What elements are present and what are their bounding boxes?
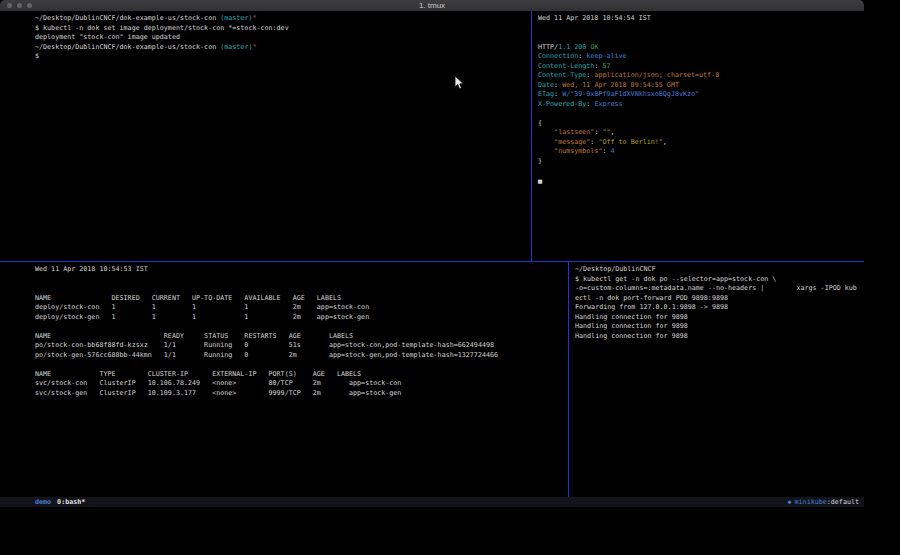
text-segment: svc/stock-gen ClusterIP 10.109.3.177 <no…: [35, 389, 401, 397]
terminal-line: ETag: W/"39-0xBPf9aF1dXVNkhsxoBQgJ8vKzo": [538, 90, 864, 100]
text-segment: OK: [590, 43, 598, 51]
window-tab-bash[interactable]: 0:bash*: [57, 497, 85, 507]
text-segment: 200: [574, 43, 586, 51]
terminal-line: [538, 166, 864, 176]
terminal-line: Handling connection for 9898: [575, 332, 864, 342]
mouse-cursor-icon: [454, 75, 466, 91]
terminal-line: deploy/stock-gen 1 1 1 1 2m app=stock-ge…: [35, 313, 568, 323]
text-segment: Date: [538, 81, 554, 89]
terminal-line: NAME TYPE CLUSTER-IP EXTERNAL-IP PORT(S)…: [35, 370, 568, 380]
text-segment: NAME TYPE CLUSTER-IP EXTERNAL-IP PORT(S)…: [35, 370, 361, 378]
text-segment: *: [252, 43, 256, 51]
text-segment: }: [538, 157, 542, 165]
text-segment: NAME READY STATUS RESTARTS AGE LABELS: [35, 332, 353, 340]
terminal-line: [35, 284, 568, 294]
terminal-line: HTTP/1.1 200 OK: [538, 43, 864, 53]
kube-context: minikube: [795, 497, 827, 507]
terminal-line: {: [538, 119, 864, 129]
terminal-line: svc/stock-con ClusterIP 10.106.78.249 <n…: [35, 379, 568, 389]
text-segment: Handling connection for 9898: [575, 322, 688, 330]
terminal-line: [35, 275, 568, 285]
terminal-line: ~/Desktop/DublinCNCF: [575, 265, 864, 275]
text-segment: Content-Type: [538, 71, 586, 79]
terminal-line: "numsymbols": 4: [538, 147, 864, 157]
text-segment: 57: [602, 62, 610, 70]
terminal-line: X-Powered-By: Express: [538, 100, 864, 110]
terminal-line: }: [538, 157, 864, 167]
terminal-line: $ kubectl -n dok set image deployment/st…: [35, 24, 531, 34]
terminal-line: [538, 24, 864, 34]
terminal-line: "lastseen": "",: [538, 128, 864, 138]
text-segment: [538, 147, 554, 155]
kube-icon: ◆: [788, 497, 792, 507]
pane-top-left-shell[interactable]: ~/Desktop/DublinCNCF/dok-example-us/stoc…: [0, 11, 531, 261]
tmux-session: ~/Desktop/DublinCNCF/dok-example-us/stoc…: [0, 11, 864, 497]
terminal-line: NAME DESIRED CURRENT UP-TO-DATE AVAILABL…: [35, 294, 568, 304]
terminal-line: -o=custom-columns=:metadata.name --no-he…: [575, 284, 864, 294]
text-segment: NAME DESIRED CURRENT UP-TO-DATE AVAILABL…: [35, 294, 341, 302]
text-segment: Handling connection for 9898: [575, 313, 688, 321]
text-segment: 1.1: [558, 43, 570, 51]
terminal-line: [538, 33, 864, 43]
text-segment: ▄: [538, 176, 542, 184]
text-segment: {: [538, 119, 542, 127]
text-segment: deployment "stock-con" image updated: [35, 33, 180, 41]
desktop-background: 1. tmux ~/Desktop/DublinCNCF/dok-example…: [0, 0, 900, 555]
text-segment: (master): [220, 14, 252, 22]
terminal-line: Connection: keep-alive: [538, 52, 864, 62]
terminal-line: ▄: [538, 176, 864, 186]
text-segment: "numsymbols": [554, 147, 602, 155]
terminal-line: ectl -n dok port-forward POD 9898:9898: [575, 294, 864, 304]
terminal-line: ~/Desktop/DublinCNCF/dok-example-us/stoc…: [35, 43, 531, 53]
terminal-line: Wed 11 Apr 2018 10:54:53 IST: [35, 265, 568, 275]
terminal-line: Content-Type: application/json; charset=…: [538, 71, 864, 81]
terminal-line: Handling connection for 9898: [575, 322, 864, 332]
text-segment: :: [602, 147, 610, 155]
text-segment: "lastseen": [554, 128, 594, 136]
text-segment: *: [252, 14, 256, 22]
text-segment: -o=custom-columns=:metadata.name --no-he…: [575, 284, 857, 292]
text-segment: $ kubectl get -n dok po --selector=app=s…: [575, 275, 776, 283]
text-segment: keep-alive: [586, 52, 626, 60]
text-segment: "message": [554, 138, 590, 146]
terminal-line: "message": "Off to Berlin!",: [538, 138, 864, 148]
terminal-line: [538, 109, 864, 119]
text-segment: po/stock-con-bb68f88fd-kzsxz 1/1 Running…: [35, 341, 494, 349]
text-segment: deploy/stock-con 1 1 1 1 2m app=stock-co…: [35, 303, 369, 311]
title-bar[interactable]: 1. tmux: [0, 0, 864, 11]
pane-top-right-http-response[interactable]: Wed 11 Apr 2018 10:54:54 IST HTTP/1.1 20…: [532, 11, 864, 261]
tmux-status-bar: demo 0:bash* ◆ minikube :default: [0, 497, 864, 507]
text-segment: Handling connection for 9898: [575, 332, 688, 340]
text-segment: Content-Length: [538, 62, 594, 70]
terminal-line: NAME READY STATUS RESTARTS AGE LABELS: [35, 332, 568, 342]
text-segment: po/stock-gen-576cc688bb-44kmn 1/1 Runnin…: [35, 351, 498, 359]
terminal-line: $ kubectl get -n dok po --selector=app=s…: [575, 275, 864, 285]
terminal-line: Handling connection for 9898: [575, 313, 864, 323]
terminal-line: [35, 360, 568, 370]
terminal-line: po/stock-gen-576cc688bb-44kmn 1/1 Runnin…: [35, 351, 568, 361]
terminal-line: [35, 322, 568, 332]
terminal-window: 1. tmux ~/Desktop/DublinCNCF/dok-example…: [0, 0, 864, 507]
terminal-line: ~/Desktop/DublinCNCF/dok-example-us/stoc…: [35, 14, 531, 24]
terminal-line: po/stock-con-bb68f88fd-kzsxz 1/1 Running…: [35, 341, 568, 351]
text-segment: ~/Desktop/DublinCNCF: [575, 265, 656, 273]
terminal-line: $: [35, 52, 531, 62]
text-segment: :: [554, 90, 562, 98]
text-segment: ectl -n dok port-forward POD 9898:9898: [575, 294, 728, 302]
text-segment: 4: [611, 147, 615, 155]
text-segment: "": [602, 128, 610, 136]
session-name: demo: [35, 497, 51, 507]
text-segment: $: [35, 52, 39, 60]
window-title: 1. tmux: [0, 0, 864, 11]
text-segment: ETag: [538, 90, 554, 98]
terminal-line: Wed 11 Apr 2018 10:54:54 IST: [538, 14, 864, 24]
text-segment: [538, 138, 554, 146]
terminal-line: deployment "stock-con" image updated: [35, 33, 531, 43]
pane-bottom-right-port-forward[interactable]: ~/Desktop/DublinCNCF$ kubectl get -n dok…: [569, 262, 864, 497]
text-segment: svc/stock-con ClusterIP 10.106.78.249 <n…: [35, 379, 401, 387]
kube-namespace: :default: [827, 497, 859, 507]
pane-bottom-left-kubectl-watch[interactable]: Wed 11 Apr 2018 10:54:53 IST NAME DESIRE…: [0, 262, 568, 497]
terminal-line: svc/stock-gen ClusterIP 10.109.3.177 <no…: [35, 389, 568, 399]
text-segment: Wed, 11 Apr 2018 09:54:55 GMT: [562, 81, 679, 89]
text-segment: Wed 11 Apr 2018 10:54:54 IST: [538, 14, 651, 22]
